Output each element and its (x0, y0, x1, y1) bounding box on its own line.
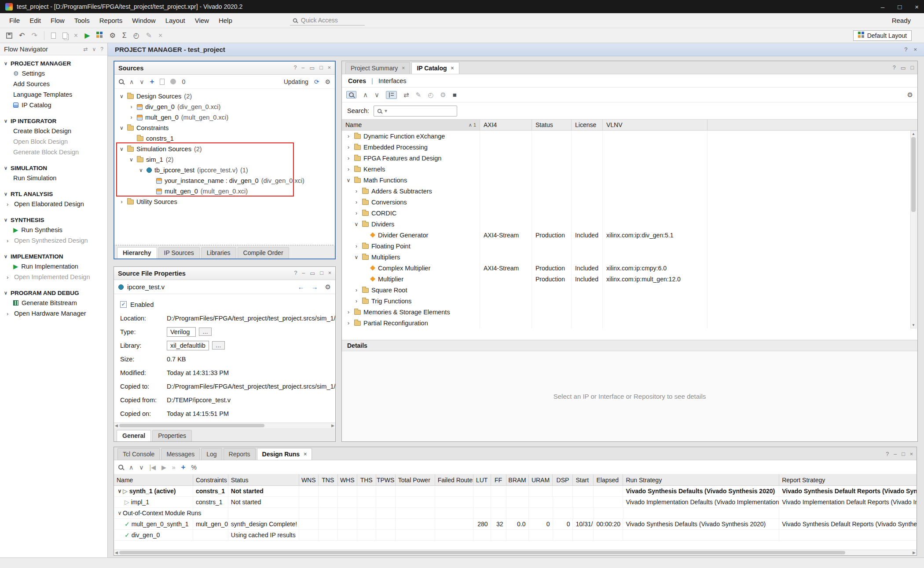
settings-gear-icon[interactable]: ⚙ (109, 31, 115, 40)
expander-icon[interactable]: ∨ (353, 254, 359, 260)
expander-icon[interactable]: › (353, 287, 359, 293)
maximize-icon[interactable]: □ (910, 65, 914, 71)
minimize-icon[interactable]: – (894, 451, 897, 457)
nav-item-open-block-design[interactable]: Open Block Design (0, 136, 107, 147)
nav-item-run-synthesis[interactable]: ▶ Run Synthesis (0, 225, 107, 235)
menu-help[interactable]: Help (214, 15, 237, 26)
close-tab-icon[interactable]: × (451, 65, 454, 71)
layout-selector[interactable]: Default Layout (853, 30, 912, 41)
help-icon[interactable]: ? (293, 65, 297, 71)
column-failed-routes[interactable]: Failed Routes (435, 474, 473, 485)
collapse-all-icon[interactable]: ∧ (129, 78, 134, 85)
column-constraints[interactable]: Constraints (193, 474, 228, 485)
expander-icon[interactable]: ∨ (138, 167, 144, 173)
catalog-row[interactable]: ›Kernels (342, 164, 917, 175)
undo-icon[interactable]: ↶ (19, 31, 25, 40)
tree-row-simulation-sources[interactable]: ∨ Simulation Sources (2) (114, 144, 335, 154)
nav-item-open-synthesized-design[interactable]: › Open Synthesized Design (0, 235, 107, 246)
subtab-interfaces[interactable]: Interfaces (378, 77, 407, 84)
tab-general[interactable]: General (117, 430, 151, 441)
expander-icon[interactable]: › (119, 199, 125, 205)
lock-state-icon[interactable]: ◴ (428, 91, 433, 99)
tab-design-runs[interactable]: Design Runs× (257, 448, 312, 460)
expander-icon[interactable]: ∨ (119, 125, 125, 131)
help-icon[interactable]: ? (893, 65, 896, 71)
scrollbar-thumb[interactable] (119, 551, 845, 554)
run-row-impl-1[interactable]: ▷ impl_1 constrs_1 Not started Vivado Im… (114, 497, 917, 508)
tab-messages[interactable]: Messages (161, 448, 200, 460)
library-browse-button[interactable]: … (212, 341, 225, 350)
tree-row-your-instance-name[interactable]: your_instance_name : div_gen_0 (div_gen_… (114, 175, 335, 186)
expander-icon[interactable]: › (353, 210, 359, 216)
collapse-nav-icon[interactable]: ∨ (92, 46, 96, 52)
help-icon[interactable]: ? (886, 451, 889, 457)
hierarchy-toggle[interactable] (386, 91, 397, 99)
expander-icon[interactable]: ∨ (128, 157, 134, 163)
search-toggle[interactable] (346, 91, 356, 98)
catalog-row[interactable]: ›Adders & Subtracters (342, 186, 917, 197)
catalog-row-divider-generator[interactable]: Divider GeneratorAXI4-StreamProductionIn… (342, 229, 917, 240)
expander-icon[interactable]: ∨ (117, 488, 123, 494)
float-icon[interactable]: ▭ (310, 270, 315, 277)
expander-icon[interactable]: › (353, 298, 359, 304)
scroll-left-icon[interactable]: ◀ (115, 550, 118, 555)
nav-item-ip-catalog[interactable]: IP Catalog (0, 100, 107, 110)
nav-item-open-elaborated-design[interactable]: › Open Elaborated Design (0, 199, 107, 209)
column-name[interactable]: Name (114, 474, 193, 485)
menu-edit[interactable]: Edit (25, 15, 46, 26)
column-name[interactable]: Name ∧1 (342, 120, 480, 130)
gear-icon[interactable]: ⚙ (325, 78, 330, 85)
scroll-right-icon[interactable]: ▶ (331, 423, 334, 428)
edit-pencil-icon[interactable]: ✎ (146, 31, 152, 40)
nav-item-generate-block-design[interactable]: Generate Block Design (0, 147, 107, 157)
nav-section-header[interactable]: ∨ RTL ANALYSIS (0, 189, 107, 199)
close-icon[interactable]: × (913, 46, 917, 53)
run-row-group-ooc[interactable]: ∨Out-of-Context Module Runs (114, 508, 917, 519)
catalog-row-multiplier[interactable]: MultiplierProductionIncludedxilinx.com:i… (342, 273, 917, 284)
tab-ip-sources[interactable]: IP Sources (158, 247, 200, 259)
column-elapsed[interactable]: Elapsed (594, 474, 623, 485)
catalog-row[interactable]: ∨Dividers (342, 218, 917, 229)
expander-icon[interactable]: › (345, 155, 352, 161)
column-ths[interactable]: THS (357, 474, 376, 485)
tree-row-constraints[interactable]: ∨ Constraints (114, 123, 335, 133)
subtab-cores[interactable]: Cores (348, 77, 366, 84)
horizontal-scrollbar[interactable]: ◀ ▶ (114, 422, 335, 428)
catalog-row[interactable]: ›Embedded Processing (342, 142, 917, 153)
tree-row-utility-sources[interactable]: › Utility Sources (114, 197, 335, 207)
close-icon[interactable]: × (915, 3, 919, 11)
expander-icon[interactable]: › (353, 199, 359, 205)
save-icon[interactable] (6, 33, 12, 39)
float-icon[interactable]: ▭ (901, 65, 906, 71)
column-axi4[interactable]: AXI4 (480, 120, 532, 130)
percent-icon[interactable]: % (191, 464, 196, 471)
quick-access-search[interactable]: Quick Access (290, 15, 365, 25)
stop-icon[interactable]: ■ (453, 91, 457, 98)
column-wns[interactable]: WNS (299, 474, 319, 485)
compare-arrows-icon[interactable]: ⇄ (403, 91, 409, 99)
generate-icon[interactable]: ⚙ (440, 91, 446, 99)
expand-all-icon[interactable]: ∨ (139, 464, 143, 471)
tab-tcl-console[interactable]: Tcl Console (117, 448, 160, 460)
scrollbar-thumb[interactable] (911, 137, 916, 212)
expander-icon[interactable]: › (128, 114, 134, 120)
tab-libraries[interactable]: Libraries (201, 247, 236, 259)
tree-row-mult-gen-sim[interactable]: mult_gen_0 (mult_gen_0.xci) (114, 186, 335, 197)
scrollbar-thumb[interactable] (119, 424, 264, 427)
expander-icon[interactable]: › (345, 320, 352, 326)
column-run-strategy[interactable]: Run Strategy (623, 474, 779, 485)
fast-forward-icon[interactable]: » (172, 464, 176, 471)
expander-icon[interactable]: › (128, 104, 134, 110)
minimize-icon[interactable]: – (302, 270, 305, 277)
search-icon[interactable] (119, 79, 124, 84)
nav-item-generate-bitstream[interactable]: Generate Bitstream (0, 298, 107, 308)
reset-runs-icon[interactable]: |◀ (150, 464, 156, 471)
close-icon[interactable]: × (910, 451, 913, 457)
tab-compile-order[interactable]: Compile Order (238, 247, 289, 259)
tree-row-sim-1[interactable]: ∨ sim_1 (2) (114, 154, 335, 165)
menu-reports[interactable]: Reports (95, 15, 128, 26)
expander-icon[interactable]: ∨ (345, 177, 352, 183)
refresh-icon[interactable]: ⟳ (314, 78, 319, 85)
expand-all-icon[interactable]: ∨ (139, 78, 144, 85)
expander-icon[interactable]: ∨ (119, 93, 125, 99)
